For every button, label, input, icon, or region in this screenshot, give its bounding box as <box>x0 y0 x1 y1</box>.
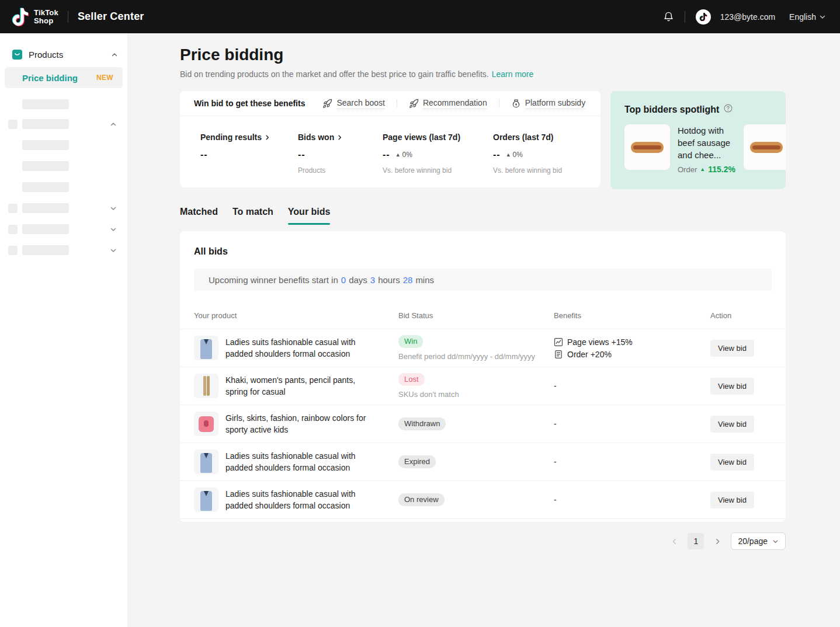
logo-wordmark: TikTok Shop <box>34 9 58 25</box>
page-size-selector[interactable]: 20/page <box>731 532 786 550</box>
app-name: Seller Center <box>78 11 144 23</box>
pending-results-link[interactable]: Pending results <box>200 133 298 142</box>
benefit-text: Page views +15% <box>567 337 633 347</box>
benefits-cell: Page views +15%Order +20% <box>554 337 710 359</box>
chevron-down-icon <box>110 205 117 212</box>
main-content: Price bidding Bid on trending products o… <box>127 33 840 627</box>
table-row: Girls, skirts, fashion, rainbow colors f… <box>180 405 786 443</box>
status-note: SKUs don't match <box>398 390 554 399</box>
header-divider <box>685 11 685 23</box>
rocket-icon <box>409 99 419 109</box>
sidebar-item-price-bidding[interactable]: Price bidding NEW <box>5 67 123 88</box>
sidebar: Products Price bidding NEW <box>0 33 127 627</box>
column-action: Action <box>710 311 772 320</box>
sidebar-section-label: Products <box>29 50 63 60</box>
product-title: Ladies suits fashionable casual with pad… <box>225 336 372 360</box>
product-title: Khaki, women's pants, pencil pants, spri… <box>225 374 372 398</box>
benefit-text: Order +20% <box>567 350 612 359</box>
tab-bar: Matched To match Your bids <box>180 207 786 225</box>
chevron-down-icon <box>819 13 826 20</box>
delta-badge: ▲0% <box>506 151 523 159</box>
arrow-up-icon: ▲ <box>506 152 511 158</box>
status-badge: Win <box>398 335 423 348</box>
top-bidders-spotlight-card: Top bidders spotlight Hotdog with beef s… <box>610 91 786 189</box>
stat-caption: Vs. before winning bid <box>493 166 586 175</box>
tab-to-match[interactable]: To match <box>232 207 273 225</box>
page-number[interactable]: 1 <box>688 533 704 549</box>
divider <box>499 99 499 108</box>
product-image <box>194 336 218 360</box>
chevron-right-icon <box>336 134 343 141</box>
page-title: Price bidding <box>180 46 786 64</box>
view-bid-button[interactable]: View bid <box>710 454 754 471</box>
bids-won-link[interactable]: Bids won <box>298 133 383 142</box>
all-bids-card: All bids Upcoming winner benefits start … <box>180 231 786 522</box>
line-chart-icon <box>554 337 563 347</box>
product-image <box>194 487 218 512</box>
stat-value: -- <box>298 149 383 160</box>
skeleton-item <box>22 140 69 150</box>
sidebar-item-products[interactable]: Products <box>0 46 127 63</box>
stat-pending-results: Pending results -- <box>200 133 298 175</box>
stat-caption: Products <box>298 166 383 175</box>
status-note: Benefit period dd/mm/yyyy - dd/mm/yyyy <box>398 352 554 361</box>
language-selector[interactable]: English <box>789 12 826 22</box>
view-bid-button[interactable]: View bid <box>710 416 754 433</box>
chevron-down-icon <box>772 538 779 545</box>
stat-bids-won: Bids won -- Products <box>298 133 383 175</box>
chevron-up-icon <box>111 51 118 58</box>
view-bid-button[interactable]: View bid <box>710 340 754 357</box>
money-bag-icon <box>511 99 521 109</box>
top-bar: TikTok Shop Seller Center 123@byte.com E… <box>0 0 840 33</box>
benefit-line: Page views +15% <box>554 337 710 347</box>
spotlight-item[interactable]: Hotdog with beef sausage and chee... Ord… <box>678 124 735 174</box>
column-your-product: Your product <box>194 311 398 320</box>
next-page-button[interactable] <box>710 534 725 549</box>
chevron-down-icon <box>110 226 117 233</box>
stat-caption: Vs. before winning bid <box>383 166 493 175</box>
skeleton-item <box>0 203 127 213</box>
tab-your-bids[interactable]: Your bids <box>288 207 331 225</box>
skeleton-item <box>0 224 127 234</box>
table-row: Ladies suits fashionable casual with pad… <box>180 481 786 519</box>
product-image <box>194 450 218 474</box>
perk-platform-subsidy[interactable]: Platform subsidy <box>511 98 585 109</box>
skeleton-item <box>22 161 69 171</box>
delta-badge: ▲0% <box>395 151 412 159</box>
view-bid-button[interactable]: View bid <box>710 492 754 508</box>
spotlight-product-name: Hotdog with beef sausage and chee... <box>678 124 735 161</box>
products-bag-icon <box>12 50 22 60</box>
learn-more-link[interactable]: Learn more <box>492 69 534 79</box>
column-benefits: Benefits <box>554 311 710 320</box>
countdown-banner: Upcoming winner benefits start in 0 days… <box>194 269 772 291</box>
notifications-bell-icon[interactable] <box>663 11 674 22</box>
metric-value: 115.2% <box>708 165 735 174</box>
benefits-cell: - <box>554 495 710 504</box>
chevron-down-icon <box>110 247 117 254</box>
perk-search-boost[interactable]: Search boost <box>322 98 385 109</box>
countdown-days: 0 <box>341 275 346 285</box>
status-badge: Expired <box>398 455 436 468</box>
new-badge: NEW <box>96 74 113 82</box>
countdown-hours: 3 <box>370 275 375 285</box>
all-bids-title: All bids <box>194 246 772 257</box>
skeleton-item <box>0 119 127 129</box>
divider <box>397 99 397 108</box>
perk-recommendation[interactable]: Recommendation <box>409 98 487 109</box>
benefits-cell: - <box>554 419 710 429</box>
spotlight-product-image <box>624 124 670 170</box>
table-row: Khaki, women's pants, pencil pants, spri… <box>180 367 786 405</box>
metric-label: Order <box>678 165 697 174</box>
account-email: 123@byte.com <box>720 12 775 22</box>
skeleton-item <box>22 182 69 192</box>
order-icon <box>554 350 563 359</box>
status-badge: On review <box>398 493 445 506</box>
benefits-card: Win bid to get these benefits Search boo… <box>180 91 601 187</box>
help-icon[interactable] <box>723 103 733 116</box>
tab-matched[interactable]: Matched <box>180 207 218 225</box>
prev-page-button[interactable] <box>667 534 682 549</box>
rocket-icon <box>322 99 332 109</box>
avatar[interactable] <box>696 9 711 25</box>
view-bid-button[interactable]: View bid <box>710 378 754 395</box>
tiktok-shop-logo[interactable]: TikTok Shop <box>12 7 58 27</box>
